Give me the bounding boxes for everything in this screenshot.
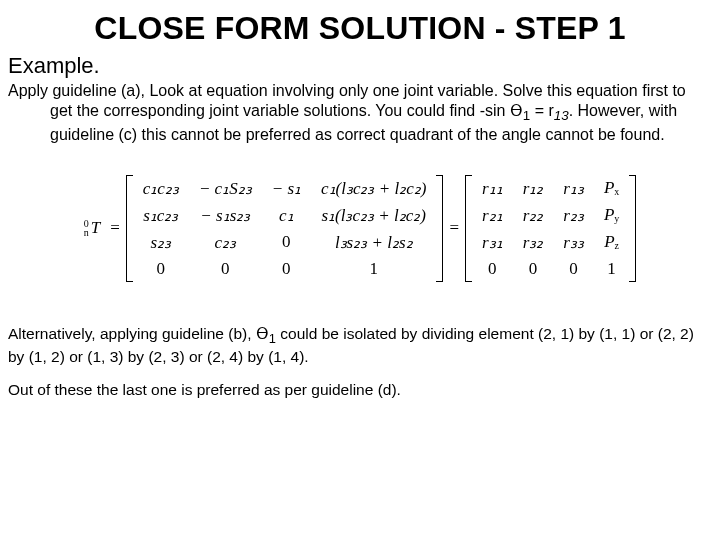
mR-24: Py (594, 202, 629, 229)
mL-24: s₁(l₃c₂₃ + l₂c₂) (311, 202, 436, 229)
mL-11: c₁c₂₃ (133, 175, 189, 202)
paragraph-2: Alternatively, applying guideline (b), Ɵ… (8, 324, 712, 367)
mR-23: r₂₃ (553, 202, 594, 229)
mR-21: r₂₁ (472, 202, 513, 229)
eq-equals-1: = (110, 218, 120, 238)
example-label: Example. (8, 53, 712, 79)
mR-12: r₁₂ (513, 175, 554, 202)
mR-14: Px (594, 175, 629, 202)
mL-34: l₃s₂₃ + l₂s₂ (311, 229, 436, 256)
paragraph-3: Out of these the last one is preferred a… (8, 380, 712, 399)
p1-l1: Apply guideline (a), Look at equation in… (8, 82, 572, 99)
mL-44: 1 (369, 259, 378, 278)
p2-b: 1 (269, 331, 276, 346)
mL-13: − s₁ (262, 175, 311, 202)
eq-T: T (91, 218, 100, 238)
mL-12: − c₁S₂₃ (189, 175, 262, 202)
p1-l3a: Ɵ (510, 102, 523, 119)
p1-l3d: 13 (554, 108, 569, 123)
mL-31: s₂₃ (133, 229, 189, 256)
slide: CLOSE FORM SOLUTION - STEP 1 Example. Ap… (0, 0, 720, 540)
p1-l4: of the angle cannot be found. (457, 126, 664, 143)
paragraph-1: Apply guideline (a), Look at equation in… (8, 81, 712, 145)
mL-33: 0 (282, 232, 291, 251)
mR-42: 0 (529, 259, 538, 278)
slide-title: CLOSE FORM SOLUTION - STEP 1 (8, 10, 712, 47)
eq-prescript: 0 n (84, 219, 89, 237)
mL-22: − s₁s₂₃ (189, 202, 262, 229)
equation-block: 0 n T = c₁c₂₃ − c₁S₂₃ − s₁ c₁(l₃c₂₃ + l₂… (8, 175, 712, 282)
mR-11: r₁₁ (472, 175, 513, 202)
mL-23: c₁ (262, 202, 311, 229)
mR-44: 1 (607, 259, 616, 278)
mL-43: 0 (282, 259, 291, 278)
mR-43: 0 (569, 259, 578, 278)
mR-31: r₃₁ (472, 229, 513, 256)
p1-l3c: = r (530, 102, 554, 119)
eq-pre-sub: n (84, 228, 89, 237)
mR-13: r₁₃ (553, 175, 594, 202)
mL-32: c₂₃ (189, 229, 262, 256)
p2-a: Alternatively, applying guideline (b), Ɵ (8, 325, 269, 342)
mL-42: 0 (221, 259, 230, 278)
mL-41: 0 (157, 259, 166, 278)
mR-34: Pz (594, 229, 629, 256)
mR-22: r₂₂ (513, 202, 554, 229)
mR-41: 0 (488, 259, 497, 278)
mR-33: r₃₃ (553, 229, 594, 256)
mL-21: s₁c₂₃ (133, 202, 189, 229)
matrix-left: c₁c₂₃ − c₁S₂₃ − s₁ c₁(l₃c₂₃ + l₂c₂) s₁c₂… (126, 175, 444, 282)
mL-14: c₁(l₃c₂₃ + l₂c₂) (311, 175, 436, 202)
matrix-right: r₁₁ r₁₂ r₁₃ Px r₂₁ r₂₂ r₂₃ Py r₃₁ r₃₂ (465, 175, 636, 282)
mR-32: r₃₂ (513, 229, 554, 256)
eq-equals-2: = (449, 218, 459, 238)
